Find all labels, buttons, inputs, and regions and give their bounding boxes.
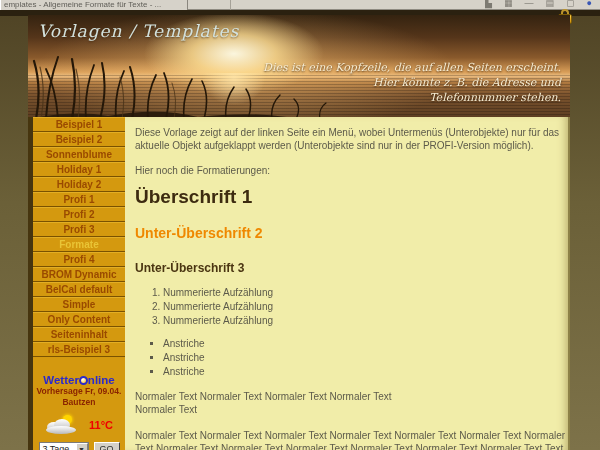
- tagline-line: Dies ist eine Kopfzeile, die auf allen S…: [263, 61, 561, 76]
- bullet-list-item: Anstriche: [163, 337, 556, 350]
- sidebar-item[interactable]: Sonnenblume: [33, 147, 125, 162]
- main-content: Diese Vorlage zeigt auf der linken Seite…: [125, 117, 570, 450]
- sidebar-menu: Beispiel 1Beispiel 2SonnenblumeHoliday 1…: [33, 117, 125, 357]
- browser-toolbar: emplates - Allgemeine Formate für Texte …: [0, 0, 600, 10]
- toolbar-icon[interactable]: ●: [587, 0, 592, 10]
- sidebar-item[interactable]: BelCal default: [33, 282, 125, 297]
- sidebar-item[interactable]: Formate: [33, 237, 125, 252]
- sidebar-item[interactable]: Beispiel 1: [33, 117, 125, 132]
- sidebar-item[interactable]: Holiday 2: [33, 177, 125, 192]
- partly-cloudy-icon: [45, 415, 79, 435]
- screenshot-root: { "browser": { "tab_title": "emplates - …: [0, 0, 600, 450]
- sidebar-item[interactable]: rls-Beispiel 3: [33, 342, 125, 357]
- numbered-list: Nummerierte AufzählungNummerierte Aufzäh…: [163, 286, 556, 327]
- temperature-value: 11°C: [89, 419, 113, 431]
- site-title: Vorlagen / Templates: [38, 21, 239, 41]
- forecast-range-select[interactable]: 3 Tage ▼: [39, 442, 89, 450]
- wetteronline-logo[interactable]: Wetternline: [33, 374, 125, 386]
- normal-text-short: Normaler Text Normaler Text Normaler Tex…: [135, 390, 556, 416]
- sidebar: Beispiel 1Beispiel 2SonnenblumeHoliday 1…: [28, 117, 125, 450]
- intro-paragraph: Diese Vorlage zeigt auf der linken Seite…: [135, 126, 565, 152]
- tagline-line: Telefonnummer stehen.: [263, 91, 561, 106]
- header-image: Vorlagen / Templates Dies ist eine Kopfz…: [28, 15, 570, 117]
- go-button[interactable]: GO: [94, 442, 120, 450]
- numbered-list-item: Nummerierte Aufzählung: [163, 286, 556, 299]
- normal-text-long: Normaler Text Normaler Text Normaler Tex…: [135, 429, 573, 450]
- logo-text-prefix: Wetter: [43, 374, 79, 386]
- logo-text-suffix: nline: [88, 374, 115, 386]
- forecast-city: Bautzen: [33, 397, 125, 408]
- sidebar-item[interactable]: Profi 1: [33, 192, 125, 207]
- normal-text-line2: Normaler Text: [135, 404, 197, 415]
- weather-widget: Wetternline Vorhersage Fr, 09.04. Bautze…: [33, 374, 125, 450]
- heading-2: Unter-Überschrift 2: [135, 224, 556, 242]
- toolbar-icon-group: ▙▦—▤▢●: [485, 0, 592, 10]
- browser-tab[interactable]: emplates - Allgemeine Formate für Texte …: [0, 0, 188, 10]
- sidebar-item[interactable]: Beispiel 2: [33, 132, 125, 147]
- sidebar-item[interactable]: BROM Dynamic: [33, 267, 125, 282]
- bullet-list-item: Anstriche: [163, 351, 556, 364]
- sidebar-item[interactable]: Holiday 1: [33, 162, 125, 177]
- sidebar-item[interactable]: Profi 2: [33, 207, 125, 222]
- sidebar-item[interactable]: Only Content: [33, 312, 125, 327]
- toolbar-icon[interactable]: —: [525, 0, 534, 10]
- sidebar-item[interactable]: Simple: [33, 297, 125, 312]
- forecast-label: Vorhersage Fr, 09.04.: [33, 386, 125, 397]
- normal-text-line1: Normaler Text Normaler Text Normaler Tex…: [135, 391, 392, 402]
- sidebar-item[interactable]: Profi 4: [33, 252, 125, 267]
- header-tagline: Dies ist eine Kopfzeile, die auf allen S…: [263, 61, 561, 106]
- heading-1: Überschrift 1: [135, 185, 556, 210]
- sidebar-item[interactable]: Profi 3: [33, 222, 125, 237]
- numbered-list-item: Nummerierte Aufzählung: [163, 300, 556, 313]
- heading-3: Unter-Überschrift 3: [135, 261, 556, 277]
- select-value: 3 Tage: [43, 444, 70, 450]
- bullet-list: AnstricheAnstricheAnstriche: [163, 337, 556, 378]
- toolbar-icon[interactable]: ▤: [546, 0, 555, 10]
- bullet-list-item: Anstriche: [163, 365, 556, 378]
- toolbar-icon[interactable]: ▙: [485, 0, 492, 10]
- toolbar-separator: [230, 0, 231, 10]
- toolbar-icon[interactable]: ▦: [504, 0, 513, 10]
- chevron-down-icon[interactable]: ▼: [76, 443, 88, 450]
- numbered-list-item: Nummerierte Aufzählung: [163, 314, 556, 327]
- formats-label: Hier noch die Formatierungen:: [135, 164, 556, 177]
- sun-globe-icon: [79, 376, 88, 385]
- sidebar-item[interactable]: Seiteninhalt: [33, 327, 125, 342]
- tagline-line: Hier könnte z. B. die Adresse und: [263, 76, 561, 91]
